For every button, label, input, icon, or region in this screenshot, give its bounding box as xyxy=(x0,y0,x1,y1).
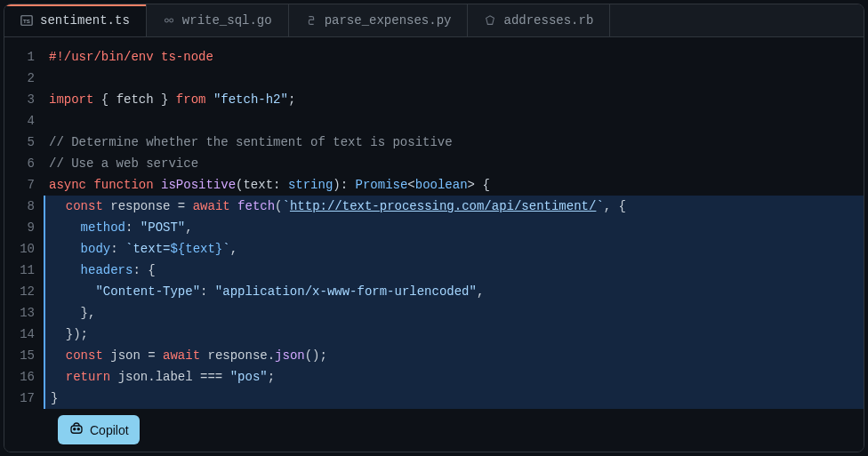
line-number: 2 xyxy=(4,68,35,89)
svg-point-2 xyxy=(165,19,168,22)
copilot-badge[interactable]: Copilot xyxy=(58,415,140,444)
tab-write-sql-go[interactable]: write_sql.go xyxy=(147,4,289,36)
python-icon xyxy=(305,14,317,27)
code-line[interactable]: #!/usr/bin/env ts-node xyxy=(45,46,864,68)
line-number: 7 xyxy=(4,174,35,196)
code-line[interactable] xyxy=(45,110,864,132)
code-line[interactable]: // Use a web service xyxy=(45,153,864,174)
code-line[interactable]: // Determine whether the sentiment of te… xyxy=(45,132,864,153)
line-number: 14 xyxy=(4,324,35,345)
code-line-suggestion[interactable]: "Content-Type": "application/x-www-form-… xyxy=(44,281,864,302)
code-line[interactable] xyxy=(45,68,864,89)
code-line-suggestion[interactable]: }, xyxy=(44,302,864,324)
svg-text:TS: TS xyxy=(23,18,30,24)
code-line-suggestion[interactable]: } xyxy=(44,388,864,409)
line-number: 15 xyxy=(4,345,35,366)
line-number: 5 xyxy=(4,132,35,153)
shebang: #!/usr/bin/env ts-node xyxy=(49,50,213,64)
svg-point-3 xyxy=(170,19,173,22)
code-line-suggestion[interactable]: return json.label === "pos"; xyxy=(44,366,864,388)
line-number: 6 xyxy=(4,153,35,174)
line-number-gutter: 1234567891011121314151617 xyxy=(4,46,45,452)
line-number: 16 xyxy=(4,366,35,388)
code-line-suggestion[interactable]: headers: { xyxy=(44,260,864,281)
line-number: 17 xyxy=(4,388,35,409)
line-number: 9 xyxy=(4,217,35,238)
code-line-suggestion[interactable]: }); xyxy=(44,324,864,345)
svg-point-5 xyxy=(74,428,76,430)
editor-body[interactable]: 1234567891011121314151617 #!/usr/bin/env… xyxy=(4,37,864,452)
svg-rect-4 xyxy=(71,426,82,433)
line-number: 13 xyxy=(4,302,35,324)
copilot-label: Copilot xyxy=(90,423,129,437)
tabs-bar: TS sentiment.ts write_sql.go parse_expen… xyxy=(4,4,864,37)
tab-parse-expenses-py[interactable]: parse_expenses.py xyxy=(289,4,469,36)
code-line[interactable]: async function isPositive(text: string):… xyxy=(45,174,864,196)
editor-window: TS sentiment.ts write_sql.go parse_expen… xyxy=(4,4,864,452)
copilot-icon xyxy=(68,420,84,439)
line-number: 8 xyxy=(4,196,35,217)
svg-point-6 xyxy=(77,428,79,430)
go-icon xyxy=(163,14,175,27)
code-line-suggestion[interactable]: body: `text=${text}`, xyxy=(44,238,864,260)
code-line[interactable]: import { fetch } from "fetch-h2"; xyxy=(45,89,864,110)
typescript-icon: TS xyxy=(20,14,33,27)
line-number: 1 xyxy=(4,46,35,68)
tab-label: sentiment.ts xyxy=(40,13,130,28)
line-number: 12 xyxy=(4,281,35,302)
tab-addresses-rb[interactable]: addresses.rb xyxy=(468,4,610,36)
ruby-icon xyxy=(484,14,496,27)
tab-label: write_sql.go xyxy=(182,13,272,28)
line-number: 11 xyxy=(4,260,35,281)
line-number: 3 xyxy=(4,89,35,110)
code-line-suggestion[interactable]: const response = await fetch(`http://tex… xyxy=(44,196,864,217)
code-line-suggestion[interactable]: const json = await response.json(); xyxy=(44,345,864,366)
line-number: 10 xyxy=(4,238,35,260)
line-number: 4 xyxy=(4,110,35,132)
tab-label: parse_expenses.py xyxy=(325,13,452,28)
tab-label: addresses.rb xyxy=(503,13,593,28)
code-area[interactable]: #!/usr/bin/env ts-node import { fetch } … xyxy=(45,46,864,452)
tab-sentiment-ts[interactable]: TS sentiment.ts xyxy=(4,4,147,36)
code-line-suggestion[interactable]: method: "POST", xyxy=(44,217,864,238)
